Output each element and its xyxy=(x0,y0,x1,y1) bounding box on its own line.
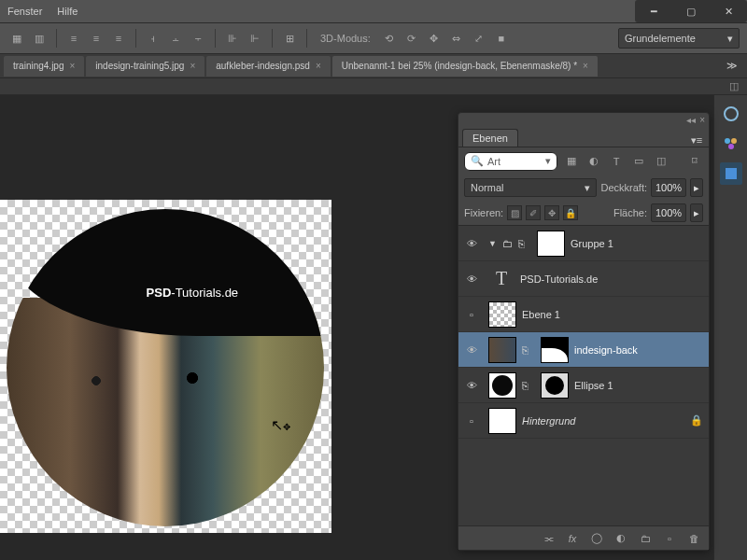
link-icon[interactable]: ⎘ xyxy=(522,344,535,356)
mask-thumbnail[interactable] xyxy=(537,231,565,257)
distribute-icon[interactable]: ⊪ xyxy=(223,29,242,48)
filter-pixel-icon[interactable]: ▦ xyxy=(563,153,580,170)
layer-filter-row: 🔍 Art ▾ ▦ ◐ T ▭ ◫ ⌑ xyxy=(458,147,709,175)
layer-filter-dropdown[interactable]: 🔍 Art ▾ xyxy=(464,152,557,171)
filter-label: Art xyxy=(487,156,500,167)
adjustment-icon[interactable]: ◐ xyxy=(613,531,628,546)
twisty-icon[interactable]: ▼ xyxy=(488,239,497,248)
mode-slide-icon[interactable]: ⇔ xyxy=(447,29,466,48)
cd-artwork: PSD-Tutorials.de xyxy=(7,209,324,526)
distribute-icon[interactable]: ⫟ xyxy=(189,29,207,48)
dock-swatches-icon[interactable] xyxy=(720,162,742,185)
new-layer-icon[interactable]: ▫ xyxy=(662,531,677,546)
close-icon[interactable]: × xyxy=(190,61,195,71)
maximize-button[interactable]: ▢ xyxy=(672,0,710,22)
layer-name[interactable]: PSD-Tutorials.de xyxy=(520,273,598,285)
mode-scale-icon[interactable]: ⤢ xyxy=(470,29,488,48)
link-layers-icon[interactable]: ⫘ xyxy=(541,531,556,546)
distribute-icon[interactable]: ⫠ xyxy=(166,29,185,48)
mode-roll-icon[interactable]: ⟳ xyxy=(402,29,421,48)
tab-label: aufkleber-indesign.psd xyxy=(216,61,310,71)
lock-all-icon[interactable]: 🔒 xyxy=(563,205,578,220)
close-button[interactable]: ✕ xyxy=(710,0,747,22)
visibility-toggle[interactable]: 👁 xyxy=(458,238,485,249)
visibility-toggle[interactable]: 👁 xyxy=(458,380,485,391)
minimize-button[interactable]: ━ xyxy=(635,0,672,22)
lock-position-icon[interactable]: ✥ xyxy=(544,205,559,220)
filter-smart-icon[interactable]: ◫ xyxy=(653,153,669,170)
layer-thumbnail[interactable] xyxy=(488,301,516,328)
filter-shape-icon[interactable]: ▭ xyxy=(630,153,647,170)
layer-thumbnail[interactable] xyxy=(488,372,516,399)
layer-row-group[interactable]: 👁 ▼ 🗀 ⎘ Gruppe 1 xyxy=(458,226,709,261)
distribute-icon[interactable]: ⊩ xyxy=(246,29,264,48)
layer-row-text[interactable]: 👁 T PSD-Tutorials.de xyxy=(458,261,709,297)
dock-3d-icon[interactable] xyxy=(720,133,742,155)
mode-orbit-icon[interactable]: ⟲ xyxy=(380,29,399,48)
align-center-icon[interactable]: ≡ xyxy=(87,29,106,48)
layer-row-pixel[interactable]: ▫ Ebene 1 xyxy=(458,297,709,332)
fill-input[interactable]: 100% xyxy=(651,203,686,222)
visibility-toggle[interactable]: 👁 xyxy=(458,344,485,356)
collapse-icon[interactable]: ◂◂ xyxy=(686,115,696,125)
layer-name[interactable]: Hintergrund xyxy=(522,415,575,427)
tab-label: indesign-training5.jpg xyxy=(95,61,184,71)
menu-hilfe[interactable]: Hilfe xyxy=(57,6,78,17)
mask-thumbnail[interactable] xyxy=(541,337,569,363)
fill-slider-icon[interactable]: ▸ xyxy=(690,203,703,222)
close-icon[interactable]: × xyxy=(583,61,588,71)
layer-thumbnail[interactable] xyxy=(488,408,516,434)
panel-tab-layers[interactable]: Ebenen xyxy=(462,129,518,147)
align-right-icon[interactable]: ≡ xyxy=(109,29,128,48)
close-icon[interactable]: × xyxy=(316,61,321,71)
layer-thumbnail[interactable] xyxy=(488,337,516,363)
document-tab[interactable]: Unbenannt-1 bei 25% (indesign-back, Eben… xyxy=(332,56,598,77)
vector-mask-thumbnail[interactable] xyxy=(541,372,569,399)
layer-row-masked[interactable]: 👁 ⎘ indesign-back xyxy=(458,332,709,368)
dock-strip xyxy=(713,95,747,560)
layer-name[interactable]: Ellipse 1 xyxy=(574,380,613,391)
visibility-toggle[interactable]: 👁 xyxy=(458,273,485,285)
align-left-icon[interactable]: ≡ xyxy=(64,29,83,48)
align-icon[interactable]: ▥ xyxy=(30,29,49,48)
document-tab[interactable]: indesign-training5.jpg× xyxy=(86,56,204,77)
panel-menu-icon[interactable]: ▾≡ xyxy=(688,133,705,147)
fx-icon[interactable]: fx xyxy=(565,531,580,546)
document-tab[interactable]: training4.jpg× xyxy=(4,56,84,77)
close-icon[interactable]: × xyxy=(69,61,75,71)
ruler-toggle-icon[interactable]: ◫ xyxy=(726,79,741,94)
align-icon[interactable]: ▦ xyxy=(7,29,26,48)
layer-name[interactable]: Gruppe 1 xyxy=(571,238,613,249)
tab-overflow-button[interactable]: ≫ xyxy=(721,58,743,74)
link-icon[interactable]: ⎘ xyxy=(522,380,535,391)
opacity-slider-icon[interactable]: ▸ xyxy=(690,178,703,197)
mask-icon[interactable]: ◯ xyxy=(589,531,604,546)
workspace-dropdown[interactable]: Grundelemente ▾ xyxy=(618,28,740,49)
auto-align-icon[interactable]: ⊞ xyxy=(280,29,299,48)
panel-close-icon[interactable]: × xyxy=(699,115,705,125)
delete-icon[interactable]: 🗑 xyxy=(686,531,701,546)
visibility-toggle[interactable]: ▫ xyxy=(458,309,485,320)
layer-row-shape[interactable]: 👁 ⎘ Ellipse 1 xyxy=(458,368,709,403)
blend-mode-dropdown[interactable]: Normal ▾ xyxy=(464,178,597,197)
mode-pan-icon[interactable]: ✥ xyxy=(425,29,444,48)
chevron-down-icon: ▾ xyxy=(545,155,551,167)
layer-name[interactable]: indesign-back xyxy=(574,344,638,356)
lock-transparency-icon[interactable]: ▨ xyxy=(507,205,522,220)
filter-adjust-icon[interactable]: ◐ xyxy=(585,153,602,170)
layer-row-background[interactable]: ▫ Hintergrund 🔒 xyxy=(458,403,709,439)
canvas[interactable]: PSD-Tutorials.de ↖✥ xyxy=(0,200,331,533)
opacity-input[interactable]: 100% xyxy=(651,178,686,197)
mode-camera-icon[interactable]: ■ xyxy=(492,29,511,48)
lock-pixels-icon[interactable]: ✐ xyxy=(526,205,541,220)
group-icon[interactable]: 🗀 xyxy=(638,531,653,546)
document-tab[interactable]: aufkleber-indesign.psd× xyxy=(206,56,330,77)
filter-text-icon[interactable]: T xyxy=(608,153,625,170)
distribute-icon[interactable]: ⫞ xyxy=(144,29,162,48)
visibility-toggle[interactable]: ▫ xyxy=(458,415,485,427)
layer-name[interactable]: Ebene 1 xyxy=(522,309,560,320)
link-icon: ⎘ xyxy=(518,238,531,249)
filter-toggle-icon[interactable]: ⌑ xyxy=(686,153,703,170)
menu-fenster[interactable]: Fenster xyxy=(7,6,42,17)
dock-color-icon[interactable] xyxy=(720,103,742,125)
